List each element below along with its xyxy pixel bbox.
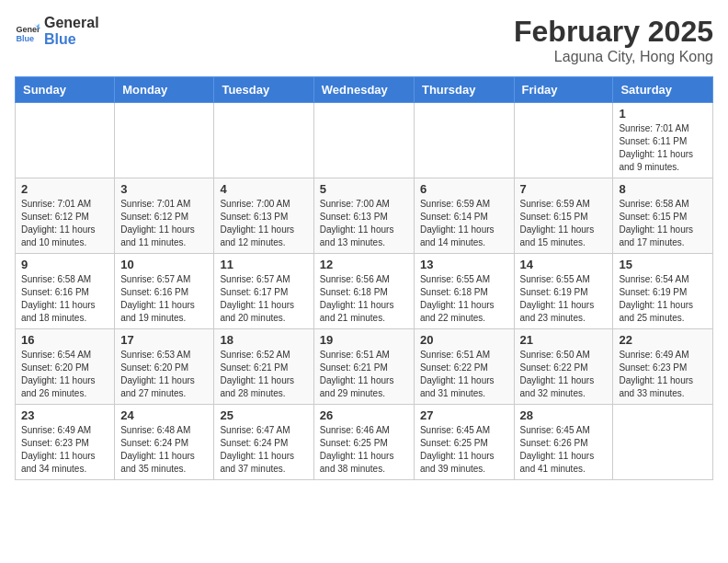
day-number: 22 — [619, 333, 707, 347]
calendar-cell: 3Sunrise: 7:01 AM Sunset: 6:12 PM Daylig… — [115, 178, 214, 254]
title-area: February 2025 Laguna City, Hong Kong — [514, 15, 713, 65]
day-number: 17 — [120, 333, 208, 347]
calendar-cell: 19Sunrise: 6:51 AM Sunset: 6:21 PM Dayli… — [313, 329, 414, 405]
logo-blue: Blue — [44, 31, 76, 47]
calendar-cell: 4Sunrise: 7:00 AM Sunset: 6:13 PM Daylig… — [214, 178, 313, 254]
calendar-cell: 25Sunrise: 6:47 AM Sunset: 6:24 PM Dayli… — [214, 405, 313, 480]
day-number: 27 — [420, 408, 508, 422]
day-info: Sunrise: 6:55 AM Sunset: 6:19 PM Dayligh… — [520, 273, 608, 325]
calendar-header-thursday: Thursday — [414, 77, 514, 103]
day-number: 3 — [120, 182, 208, 196]
calendar-header-saturday: Saturday — [613, 77, 713, 103]
day-info: Sunrise: 6:48 AM Sunset: 6:24 PM Dayligh… — [120, 424, 208, 476]
calendar-cell: 26Sunrise: 6:46 AM Sunset: 6:25 PM Dayli… — [313, 405, 414, 480]
day-number: 12 — [320, 258, 408, 271]
calendar-week-row: 2Sunrise: 7:01 AM Sunset: 6:12 PM Daylig… — [16, 178, 713, 254]
day-info: Sunrise: 6:57 AM Sunset: 6:16 PM Dayligh… — [120, 273, 208, 325]
logo: General Blue General Blue — [15, 15, 99, 47]
calendar-cell: 24Sunrise: 6:48 AM Sunset: 6:24 PM Dayli… — [115, 405, 214, 480]
day-number: 25 — [220, 408, 307, 422]
calendar-cell — [313, 103, 414, 178]
calendar-cell — [115, 103, 214, 178]
day-number: 28 — [520, 408, 608, 422]
calendar-week-row: 16Sunrise: 6:54 AM Sunset: 6:20 PM Dayli… — [16, 329, 713, 405]
calendar-cell: 5Sunrise: 7:00 AM Sunset: 6:13 PM Daylig… — [313, 178, 414, 254]
day-info: Sunrise: 6:56 AM Sunset: 6:18 PM Dayligh… — [320, 273, 408, 325]
calendar-header-tuesday: Tuesday — [214, 77, 313, 103]
day-info: Sunrise: 6:51 AM Sunset: 6:21 PM Dayligh… — [320, 349, 408, 400]
page-subtitle: Laguna City, Hong Kong — [514, 49, 713, 65]
day-number: 9 — [21, 258, 108, 271]
day-number: 24 — [120, 408, 208, 422]
day-info: Sunrise: 6:52 AM Sunset: 6:21 PM Dayligh… — [220, 349, 307, 400]
calendar-cell: 14Sunrise: 6:55 AM Sunset: 6:19 PM Dayli… — [514, 254, 613, 329]
calendar-cell — [613, 405, 713, 480]
calendar-header-row: SundayMondayTuesdayWednesdayThursdayFrid… — [16, 77, 713, 103]
day-info: Sunrise: 7:00 AM Sunset: 6:13 PM Dayligh… — [320, 198, 408, 249]
day-info: Sunrise: 6:54 AM Sunset: 6:19 PM Dayligh… — [619, 273, 707, 325]
day-number: 13 — [420, 258, 508, 271]
calendar-cell: 7Sunrise: 6:59 AM Sunset: 6:15 PM Daylig… — [514, 178, 613, 254]
day-info: Sunrise: 7:01 AM Sunset: 6:12 PM Dayligh… — [21, 198, 108, 249]
day-info: Sunrise: 6:51 AM Sunset: 6:22 PM Dayligh… — [420, 349, 508, 400]
day-info: Sunrise: 6:57 AM Sunset: 6:17 PM Dayligh… — [220, 273, 307, 325]
calendar-cell: 15Sunrise: 6:54 AM Sunset: 6:19 PM Dayli… — [613, 254, 713, 329]
logo-icon: General Blue — [15, 18, 40, 44]
calendar-cell — [414, 103, 514, 178]
calendar-cell: 21Sunrise: 6:50 AM Sunset: 6:22 PM Dayli… — [514, 329, 613, 405]
day-number: 19 — [320, 333, 408, 347]
calendar-cell: 28Sunrise: 6:45 AM Sunset: 6:26 PM Dayli… — [514, 405, 613, 480]
day-info: Sunrise: 7:01 AM Sunset: 6:11 PM Dayligh… — [619, 122, 707, 174]
day-info: Sunrise: 6:45 AM Sunset: 6:25 PM Dayligh… — [420, 424, 508, 476]
calendar-cell: 2Sunrise: 7:01 AM Sunset: 6:12 PM Daylig… — [16, 178, 115, 254]
calendar-cell: 12Sunrise: 6:56 AM Sunset: 6:18 PM Dayli… — [313, 254, 414, 329]
header: General Blue General Blue February 2025 … — [15, 15, 713, 65]
day-info: Sunrise: 6:53 AM Sunset: 6:20 PM Dayligh… — [120, 349, 208, 400]
calendar-cell: 1Sunrise: 7:01 AM Sunset: 6:11 PM Daylig… — [613, 103, 713, 178]
day-number: 14 — [520, 258, 608, 271]
calendar-cell: 8Sunrise: 6:58 AM Sunset: 6:15 PM Daylig… — [613, 178, 713, 254]
calendar-table: SundayMondayTuesdayWednesdayThursdayFrid… — [15, 76, 713, 480]
day-number: 21 — [520, 333, 608, 347]
day-number: 10 — [120, 258, 208, 271]
calendar-cell: 17Sunrise: 6:53 AM Sunset: 6:20 PM Dayli… — [115, 329, 214, 405]
day-info: Sunrise: 7:00 AM Sunset: 6:13 PM Dayligh… — [220, 198, 307, 249]
day-number: 8 — [619, 182, 707, 196]
day-info: Sunrise: 6:49 AM Sunset: 6:23 PM Dayligh… — [619, 349, 707, 400]
day-info: Sunrise: 6:59 AM Sunset: 6:14 PM Dayligh… — [420, 198, 508, 249]
calendar-cell: 9Sunrise: 6:58 AM Sunset: 6:16 PM Daylig… — [16, 254, 115, 329]
day-info: Sunrise: 6:58 AM Sunset: 6:15 PM Dayligh… — [619, 198, 707, 249]
day-number: 6 — [420, 182, 508, 196]
day-info: Sunrise: 6:47 AM Sunset: 6:24 PM Dayligh… — [220, 424, 307, 476]
calendar-cell — [514, 103, 613, 178]
day-info: Sunrise: 6:49 AM Sunset: 6:23 PM Dayligh… — [21, 424, 108, 476]
calendar-cell: 18Sunrise: 6:52 AM Sunset: 6:21 PM Dayli… — [214, 329, 313, 405]
day-number: 23 — [21, 408, 108, 422]
day-info: Sunrise: 6:45 AM Sunset: 6:26 PM Dayligh… — [520, 424, 608, 476]
calendar-cell: 13Sunrise: 6:55 AM Sunset: 6:18 PM Dayli… — [414, 254, 514, 329]
calendar-week-row: 1Sunrise: 7:01 AM Sunset: 6:11 PM Daylig… — [16, 103, 713, 178]
day-number: 15 — [619, 258, 707, 271]
day-number: 11 — [220, 258, 307, 271]
day-number: 2 — [21, 182, 108, 196]
calendar-cell: 27Sunrise: 6:45 AM Sunset: 6:25 PM Dayli… — [414, 405, 514, 480]
day-info: Sunrise: 6:55 AM Sunset: 6:18 PM Dayligh… — [420, 273, 508, 325]
calendar-header-friday: Friday — [514, 77, 613, 103]
calendar-cell: 23Sunrise: 6:49 AM Sunset: 6:23 PM Dayli… — [16, 405, 115, 480]
page-title: February 2025 — [514, 15, 713, 49]
day-number: 4 — [220, 182, 307, 196]
logo-general: General — [44, 15, 99, 30]
calendar-week-row: 23Sunrise: 6:49 AM Sunset: 6:23 PM Dayli… — [16, 405, 713, 480]
calendar-header-monday: Monday — [115, 77, 214, 103]
calendar-cell: 22Sunrise: 6:49 AM Sunset: 6:23 PM Dayli… — [613, 329, 713, 405]
day-info: Sunrise: 6:58 AM Sunset: 6:16 PM Dayligh… — [21, 273, 108, 325]
day-number: 5 — [320, 182, 408, 196]
calendar-cell — [214, 103, 313, 178]
day-number: 1 — [619, 107, 707, 121]
calendar-header-wednesday: Wednesday — [313, 77, 414, 103]
day-info: Sunrise: 6:59 AM Sunset: 6:15 PM Dayligh… — [520, 198, 608, 249]
day-number: 7 — [520, 182, 608, 196]
day-number: 20 — [420, 333, 508, 347]
day-info: Sunrise: 6:50 AM Sunset: 6:22 PM Dayligh… — [520, 349, 608, 400]
day-info: Sunrise: 7:01 AM Sunset: 6:12 PM Dayligh… — [120, 198, 208, 249]
